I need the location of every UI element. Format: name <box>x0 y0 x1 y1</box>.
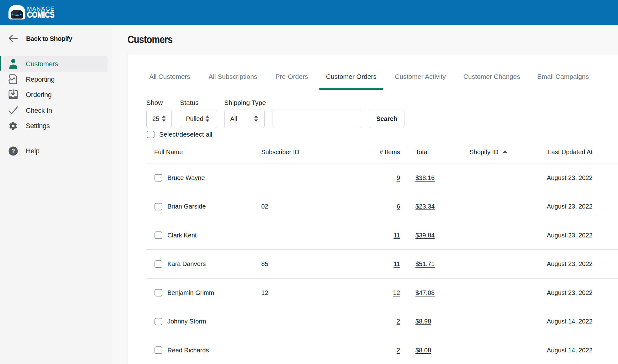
svg-text:?: ? <box>11 148 15 154</box>
